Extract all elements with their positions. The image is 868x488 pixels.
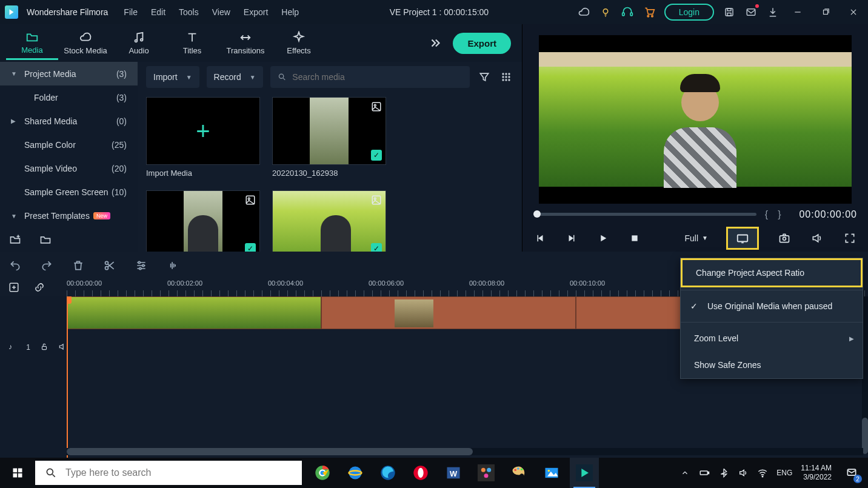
sidebar-item-shared-media[interactable]: ▶Shared Media(0) — [0, 109, 138, 133]
mail-icon[interactable] — [744, 5, 758, 19]
opera-icon[interactable] — [406, 458, 435, 488]
video-clip[interactable] — [67, 296, 321, 329]
snapshot-button[interactable] — [777, 231, 792, 246]
media-tile[interactable]: ✓ 20220130_162938 — [272, 97, 387, 188]
notifications-icon[interactable]: 2 — [840, 461, 863, 484]
paint-icon[interactable] — [504, 458, 533, 488]
search-input[interactable] — [292, 72, 462, 82]
menu-view[interactable]: View — [210, 6, 233, 18]
stop-button[interactable] — [628, 232, 641, 245]
tab-media[interactable]: Media — [6, 26, 58, 60]
sidebar-item-folder[interactable]: Folder(3) — [0, 85, 138, 109]
audio-track-header[interactable]: ♪ 1 — [0, 336, 67, 358]
menu-use-original-media[interactable]: ✓Use Original Media when paused — [681, 293, 863, 319]
word-icon[interactable]: W — [439, 458, 468, 488]
login-button[interactable]: Login — [664, 4, 714, 21]
undo-button[interactable] — [8, 259, 22, 272]
menu-show-safe-zones[interactable]: Show Safe Zones — [681, 352, 863, 378]
progress-knob[interactable] — [533, 210, 541, 218]
aspect-ratio-button[interactable] — [726, 227, 759, 250]
play-button[interactable] — [596, 232, 610, 245]
audio-edit-icon[interactable] — [166, 259, 179, 272]
lang-indicator[interactable]: ENG — [776, 469, 792, 477]
cart-icon[interactable] — [643, 5, 656, 19]
filter-icon[interactable] — [477, 70, 492, 84]
wifi-icon[interactable] — [757, 467, 768, 478]
edge-icon[interactable] — [373, 458, 402, 488]
delete-button[interactable] — [72, 259, 85, 272]
menu-tools[interactable]: Tools — [176, 6, 201, 18]
grid-view-icon[interactable] — [499, 70, 513, 84]
resolve-icon[interactable] — [472, 458, 501, 488]
timeline-hscroll[interactable] — [67, 448, 863, 455]
playhead[interactable] — [67, 296, 68, 458]
tabs-more-icon[interactable] — [427, 35, 443, 51]
media-tile[interactable]: ✓ — [272, 190, 387, 252]
import-dropdown[interactable]: Import▼ — [146, 66, 199, 88]
folder-open-icon[interactable] — [39, 233, 52, 246]
prev-frame-button[interactable] — [533, 232, 547, 245]
main-tabs: Media Stock Media Audio Titles Transitio… — [0, 24, 522, 62]
tab-transitions[interactable]: Transitions — [219, 26, 272, 60]
menu-help[interactable]: Help — [279, 6, 301, 18]
menu-file[interactable]: File — [121, 6, 140, 18]
sidebar-item-sample-color[interactable]: Sample Color(25) — [0, 133, 138, 156]
taskbar-search-input[interactable] — [65, 467, 292, 478]
start-button[interactable] — [0, 458, 35, 488]
sidebar-item-sample-green[interactable]: Sample Green Screen(10) — [0, 181, 138, 204]
cloud-icon[interactable] — [577, 5, 590, 19]
project-title: VE Project 1 : 00:00:15:00 — [390, 7, 489, 17]
maximize-button[interactable] — [816, 5, 835, 19]
tab-audio[interactable]: Audio — [113, 26, 165, 60]
tips-icon[interactable] — [599, 5, 612, 19]
link-icon[interactable] — [34, 282, 46, 294]
tray-chevron-icon[interactable] — [679, 467, 690, 478]
record-dropdown[interactable]: Record▼ — [207, 66, 263, 88]
download-icon[interactable] — [766, 5, 780, 19]
chrome-icon[interactable] — [308, 458, 337, 488]
volume-button[interactable] — [810, 231, 824, 246]
menu-export[interactable]: Export — [241, 6, 270, 18]
tab-stock-media[interactable]: Stock Media — [59, 26, 112, 60]
menu-edit[interactable]: Edit — [149, 6, 168, 18]
sound-icon[interactable] — [738, 467, 749, 478]
taskbar-search[interactable] — [35, 461, 302, 485]
filmora-icon[interactable] — [570, 458, 599, 488]
fullscreen-button[interactable] — [843, 231, 857, 246]
new-folder-icon[interactable] — [8, 233, 22, 246]
add-track-icon[interactable] — [8, 282, 21, 294]
redo-button[interactable] — [40, 259, 53, 272]
bluetooth-icon[interactable] — [718, 467, 729, 478]
svg-point-20 — [505, 79, 507, 81]
close-button[interactable] — [844, 5, 863, 19]
minimize-button[interactable] — [788, 5, 807, 19]
adjust-icon[interactable] — [135, 259, 148, 272]
app-name: Wondershare Filmora — [27, 7, 108, 17]
next-frame-button[interactable] — [565, 232, 578, 245]
lock-icon[interactable] — [40, 343, 48, 352]
battery-icon[interactable] — [699, 467, 710, 478]
menu-zoom-level[interactable]: Zoom Level▶ — [681, 325, 863, 352]
media-tile[interactable]: ✓ — [146, 190, 261, 252]
video-clip[interactable] — [321, 296, 576, 329]
in-out-markers-icon[interactable]: {} — [765, 209, 791, 220]
split-button[interactable] — [103, 259, 116, 272]
progress-track[interactable] — [533, 213, 756, 216]
tab-transitions-label: Transitions — [226, 46, 264, 55]
menu-change-aspect-ratio[interactable]: Change Project Aspect Ratio — [681, 258, 863, 287]
search-media[interactable] — [270, 66, 470, 88]
ie-icon[interactable] — [341, 458, 370, 488]
sidebar-item-sample-video[interactable]: Sample Video(20) — [0, 157, 138, 181]
sidebar-item-project-media[interactable]: ▼Project Media(3) — [0, 62, 138, 85]
clock[interactable]: 11:14 AM 3/9/2022 — [801, 464, 832, 482]
save-icon[interactable] — [723, 5, 736, 19]
quality-dropdown[interactable]: Full▼ — [685, 233, 708, 243]
tab-titles[interactable]: Titles — [166, 26, 218, 60]
export-button[interactable]: Export — [453, 33, 511, 54]
mute-icon[interactable] — [58, 343, 67, 352]
import-media-tile[interactable]: + Import Media — [146, 97, 261, 188]
photos-icon[interactable] — [537, 458, 566, 488]
support-icon[interactable] — [621, 5, 634, 19]
tab-effects[interactable]: Effects — [273, 26, 325, 60]
sidebar-item-preset-templates[interactable]: ▼Preset TemplatesNew — [0, 204, 138, 228]
